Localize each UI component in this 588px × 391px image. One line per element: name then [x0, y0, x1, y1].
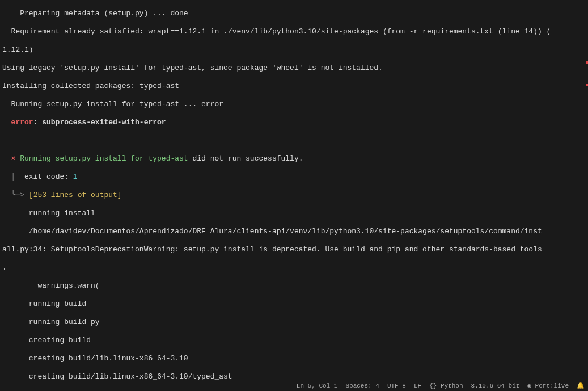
blank-line	[2, 136, 586, 145]
status-eol[interactable]: LF	[414, 381, 421, 390]
output-line: Requirement already satisfied: wrapt==1.…	[2, 27, 586, 36]
output-line: Using legacy 'setup.py install' for type…	[2, 64, 586, 73]
status-python-version[interactable]: 3.10.6 64-bit	[471, 381, 520, 390]
output-line: ╰─> [253 lines of output]	[2, 191, 586, 200]
output-line: creating build/lib.linux-x86_64-3.10	[2, 354, 586, 363]
output-line: .	[2, 263, 586, 272]
notifications-icon[interactable]: 🔔	[577, 381, 585, 390]
output-line: warnings.warn(	[2, 281, 586, 291]
output-line: running build	[2, 300, 586, 309]
status-cursor-position[interactable]: Ln 5, Col 1	[297, 381, 338, 390]
error-line: error: subprocess-exited-with-error	[2, 118, 586, 127]
output-line: 1.12.1)	[2, 45, 586, 54]
terminal-output[interactable]: Preparing metadata (setup.py) ... done R…	[0, 0, 588, 391]
scrollbar-mark	[586, 84, 588, 86]
output-line: /home/davidev/Documentos/Aprendizado/DRF…	[2, 227, 586, 236]
status-bar: Ln 5, Col 1 Spaces: 4 UTF-8 LF {} Python…	[297, 381, 585, 391]
status-indentation[interactable]: Spaces: 4	[345, 381, 379, 390]
output-line: Installing collected packages: typed-ast	[2, 82, 586, 91]
output-line: creating build	[2, 336, 586, 345]
output-line: Preparing metadata (setup.py) ... done	[2, 9, 586, 18]
status-encoding[interactable]: UTF-8	[387, 381, 406, 390]
error-line: × Running setup.py install for typed-ast…	[2, 154, 586, 163]
output-line: running build_py	[2, 318, 586, 327]
output-line: │ exit code: 1	[2, 173, 586, 182]
output-line: running install	[2, 209, 586, 218]
output-line: all.py:34: SetuptoolsDeprecationWarning:…	[2, 245, 586, 254]
status-language-mode[interactable]: {} Python	[429, 381, 463, 390]
output-line: creating build/lib.linux-x86_64-3.10/typ…	[2, 372, 586, 381]
status-live-server[interactable]: ◉ Port:live	[527, 381, 569, 390]
scrollbar-mark	[586, 61, 588, 64]
output-line: Running setup.py install for typed-ast .…	[2, 100, 586, 109]
